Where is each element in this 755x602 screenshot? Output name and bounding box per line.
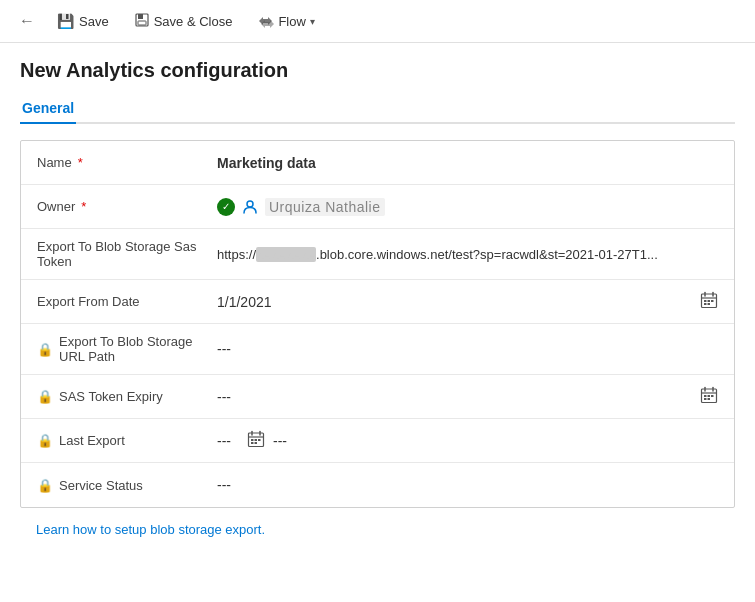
- svg-rect-30: [255, 442, 258, 444]
- sas-token-expiry-row: 🔒 SAS Token Expiry ---: [21, 375, 734, 419]
- svg-rect-19: [711, 395, 714, 397]
- svg-rect-9: [708, 300, 711, 302]
- svg-point-3: [247, 201, 253, 207]
- service-status-row: 🔒 Service Status ---: [21, 463, 734, 507]
- url-value: https://xxxxxxxx.blob.core.windows.net/t…: [217, 247, 658, 262]
- last-export-value: --- ---: [217, 430, 718, 451]
- owner-name: Urquiza Nathalie: [265, 198, 385, 216]
- export-from-date-row: Export From Date 1/1/2021: [21, 280, 734, 324]
- url-blurred: xxxxxxxx: [256, 247, 316, 262]
- svg-rect-11: [704, 303, 707, 305]
- svg-rect-26: [251, 439, 254, 441]
- svg-rect-27: [255, 439, 258, 441]
- lock-icon-2: 🔒: [37, 389, 53, 404]
- sas-token-expiry-label: 🔒 SAS Token Expiry: [37, 389, 217, 404]
- page-content: New Analytics configuration General Name…: [0, 43, 755, 559]
- name-label: Name *: [37, 155, 217, 170]
- toolbar: ← 💾 Save Save & Close Flow ▾: [0, 0, 755, 43]
- save-close-icon: [135, 13, 149, 30]
- export-from-date-label: Export From Date: [37, 294, 217, 309]
- name-value: Marketing data: [217, 155, 718, 171]
- form-card: Name * Marketing data Owner * ✓ Urquiza …: [20, 140, 735, 508]
- svg-rect-20: [704, 398, 707, 400]
- lock-icon-3: 🔒: [37, 433, 53, 448]
- svg-rect-29: [251, 442, 254, 444]
- export-blob-url-row: 🔒 Export To Blob Storage URL Path ---: [21, 324, 734, 375]
- svg-rect-18: [708, 395, 711, 397]
- svg-rect-21: [708, 398, 711, 400]
- svg-rect-1: [138, 14, 143, 19]
- lock-icon-1: 🔒: [37, 342, 53, 357]
- export-blob-url-label: 🔒 Export To Blob Storage URL Path: [37, 334, 217, 364]
- service-status-label: 🔒 Service Status: [37, 478, 217, 493]
- last-export-label: 🔒 Last Export: [37, 433, 217, 448]
- last-export-row: 🔒 Last Export ---: [21, 419, 734, 463]
- name-required-star: *: [78, 155, 83, 170]
- export-blob-sas-value: https://xxxxxxxx.blob.core.windows.net/t…: [217, 247, 718, 262]
- tabs: General: [20, 94, 735, 124]
- owner-value: ✓ Urquiza Nathalie: [217, 198, 718, 216]
- learn-link[interactable]: Learn how to setup blob storage export.: [20, 508, 735, 543]
- owner-label: Owner *: [37, 199, 217, 214]
- svg-rect-8: [704, 300, 707, 302]
- name-row: Name * Marketing data: [21, 141, 734, 185]
- export-blob-sas-label: Export To Blob Storage Sas Token: [37, 239, 217, 269]
- owner-row: Owner * ✓ Urquiza Nathalie: [21, 185, 734, 229]
- owner-person-icon: [241, 198, 259, 216]
- svg-rect-2: [138, 21, 146, 25]
- save-button[interactable]: 💾 Save: [46, 7, 120, 35]
- service-status-value: ---: [217, 477, 718, 493]
- sas-token-expiry-calendar-icon[interactable]: [700, 386, 718, 407]
- floppy-icon: 💾: [57, 13, 74, 29]
- last-export-calendar-icon[interactable]: [247, 430, 265, 451]
- flow-icon: [258, 14, 274, 28]
- lock-icon-4: 🔒: [37, 478, 53, 493]
- back-button[interactable]: ←: [12, 6, 42, 36]
- sas-token-expiry-value: ---: [217, 386, 718, 407]
- owner-check-icon: ✓: [217, 198, 235, 216]
- export-from-date-calendar-icon[interactable]: [700, 291, 718, 312]
- export-blob-url-value: ---: [217, 341, 718, 357]
- svg-rect-10: [711, 300, 714, 302]
- flow-label: Flow: [278, 14, 305, 29]
- back-icon: ←: [19, 12, 35, 30]
- svg-rect-12: [708, 303, 711, 305]
- save-close-button[interactable]: Save & Close: [124, 7, 244, 36]
- flow-button[interactable]: Flow ▾: [247, 8, 325, 35]
- svg-rect-17: [704, 395, 707, 397]
- save-label: Save: [79, 14, 109, 29]
- page-title: New Analytics configuration: [20, 59, 735, 82]
- svg-rect-28: [258, 439, 261, 441]
- save-close-label: Save & Close: [154, 14, 233, 29]
- export-from-date-value: 1/1/2021: [217, 291, 718, 312]
- export-blob-sas-row: Export To Blob Storage Sas Token https:/…: [21, 229, 734, 280]
- flow-chevron-icon: ▾: [310, 16, 315, 27]
- tab-general[interactable]: General: [20, 94, 76, 124]
- owner-required-star: *: [81, 199, 86, 214]
